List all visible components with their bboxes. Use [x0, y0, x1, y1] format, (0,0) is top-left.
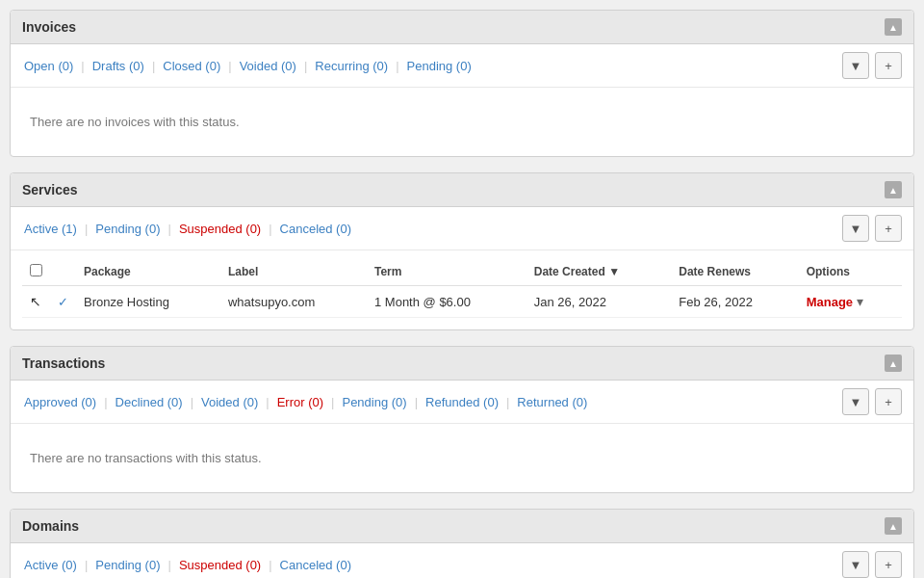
services-actions: ▼ + [842, 215, 902, 242]
transactions-body: There are no transactions with this stat… [11, 424, 913, 492]
transactions-empty-message: There are no transactions with this stat… [22, 434, 902, 483]
services-header: Services ▲ [11, 173, 913, 207]
col-date-renews[interactable]: Date Renews [671, 258, 798, 286]
tab-transactions-pending[interactable]: Pending (0) [340, 395, 408, 409]
invoices-add-button[interactable]: + [875, 52, 902, 79]
domains-tabs: Active (0) | Pending (0) | Suspended (0)… [22, 558, 353, 572]
transactions-actions: ▼ + [842, 388, 902, 415]
tab-transactions-refunded[interactable]: Refunded (0) [424, 395, 500, 409]
row-tick-cell: ✓ [50, 286, 76, 318]
tab-transactions-voided[interactable]: Voided (0) [199, 395, 260, 409]
invoices-section: Invoices ▲ Open (0) | Drafts (0) | Close… [10, 10, 914, 157]
row-expand-button[interactable]: ▾ [857, 294, 863, 309]
col-tick [50, 258, 76, 286]
tab-services-active[interactable]: Active (1) [22, 222, 79, 236]
invoices-actions: ▼ + [842, 52, 902, 79]
tab-transactions-approved[interactable]: Approved (0) [22, 395, 98, 409]
services-filter-button[interactable]: ▼ [842, 215, 869, 242]
tab-services-canceled[interactable]: Canceled (0) [278, 222, 353, 236]
tab-transactions-returned[interactable]: Returned (0) [515, 395, 589, 409]
tab-invoices-drafts[interactable]: Drafts (0) [90, 59, 146, 73]
col-term[interactable]: Term [367, 258, 526, 286]
domains-actions: ▼ + [842, 551, 902, 578]
services-tabs-row: Active (1) | Pending (0) | Suspended (0)… [11, 207, 913, 250]
invoices-tabs: Open (0) | Drafts (0) | Closed (0) | Voi… [22, 59, 474, 73]
tab-domains-pending[interactable]: Pending (0) [93, 558, 162, 572]
services-collapse-button[interactable]: ▲ [885, 181, 902, 198]
invoices-header: Invoices ▲ [11, 11, 913, 44]
checkmark-icon: ✓ [58, 295, 68, 309]
col-date-created[interactable]: Date Created ▼ [526, 258, 672, 286]
transactions-tabs: Approved (0) | Declined (0) | Voided (0)… [22, 395, 589, 409]
domains-title: Domains [22, 518, 79, 534]
row-term: 1 Month @ $6.00 [367, 286, 526, 318]
row-date-created: Jan 26, 2022 [526, 286, 672, 318]
services-title: Services [22, 182, 78, 197]
col-checkbox [22, 258, 50, 286]
transactions-section: Transactions ▲ Approved (0) | Declined (… [10, 346, 914, 493]
table-row: ↖ ✓ Bronze Hosting whatsupyo.com 1 Month… [22, 286, 902, 318]
domains-tabs-row: Active (0) | Pending (0) | Suspended (0)… [11, 543, 913, 578]
col-package[interactable]: Package [76, 258, 220, 286]
tab-invoices-pending[interactable]: Pending (0) [405, 59, 474, 73]
invoices-collapse-button[interactable]: ▲ [885, 18, 902, 36]
domains-header: Domains ▲ [11, 510, 913, 543]
tab-services-pending[interactable]: Pending (0) [93, 222, 162, 236]
transactions-add-button[interactable]: + [875, 388, 902, 415]
row-package: Bronze Hosting [76, 286, 220, 318]
transactions-collapse-button[interactable]: ▲ [885, 355, 902, 372]
col-label[interactable]: Label [220, 258, 367, 286]
invoices-tabs-row: Open (0) | Drafts (0) | Closed (0) | Voi… [11, 44, 913, 88]
tab-domains-canceled[interactable]: Canceled (0) [278, 558, 353, 572]
services-add-button[interactable]: + [875, 215, 902, 242]
services-table-container: Package Label Term Date Created ▼ Date R… [11, 250, 913, 329]
row-label: whatsupyo.com [220, 286, 367, 318]
invoices-body: There are no invoices with this status. [11, 88, 913, 156]
services-table-header-row: Package Label Term Date Created ▼ Date R… [22, 258, 902, 286]
cursor-icon: ↖ [30, 294, 41, 309]
transactions-header: Transactions ▲ [11, 347, 913, 381]
manage-link[interactable]: Manage [807, 295, 853, 309]
services-tabs: Active (1) | Pending (0) | Suspended (0)… [22, 222, 353, 236]
tab-domains-suspended[interactable]: Suspended (0) [177, 558, 263, 572]
invoices-title: Invoices [22, 19, 76, 35]
tab-invoices-voided[interactable]: Voided (0) [238, 59, 298, 73]
tab-transactions-declined[interactable]: Declined (0) [114, 395, 185, 409]
services-table: Package Label Term Date Created ▼ Date R… [22, 258, 902, 318]
select-all-checkbox[interactable] [30, 264, 42, 276]
row-options-cell: Manage ▾ [799, 286, 902, 318]
invoices-filter-button[interactable]: ▼ [842, 52, 869, 79]
domains-filter-button[interactable]: ▼ [842, 551, 869, 578]
tab-services-suspended[interactable]: Suspended (0) [177, 222, 263, 236]
tab-domains-active[interactable]: Active (0) [22, 558, 79, 572]
domains-add-button[interactable]: + [875, 551, 902, 578]
domains-collapse-button[interactable]: ▲ [885, 517, 902, 535]
transactions-title: Transactions [22, 355, 105, 371]
row-date-renews: Feb 26, 2022 [671, 286, 798, 318]
domains-section: Domains ▲ Active (0) | Pending (0) | Sus… [10, 509, 914, 578]
sort-arrow-icon: ▼ [608, 265, 620, 278]
transactions-filter-button[interactable]: ▼ [842, 388, 869, 415]
services-section: Services ▲ Active (1) | Pending (0) | Su… [10, 172, 914, 330]
row-checkbox-cell: ↖ [22, 286, 50, 318]
invoices-empty-message: There are no invoices with this status. [22, 97, 902, 146]
tab-transactions-error[interactable]: Error (0) [275, 395, 325, 409]
transactions-tabs-row: Approved (0) | Declined (0) | Voided (0)… [11, 381, 913, 424]
col-options: Options [799, 258, 902, 286]
tab-invoices-recurring[interactable]: Recurring (0) [313, 59, 390, 73]
tab-invoices-closed[interactable]: Closed (0) [161, 59, 222, 73]
tab-invoices-open[interactable]: Open (0) [22, 59, 75, 73]
